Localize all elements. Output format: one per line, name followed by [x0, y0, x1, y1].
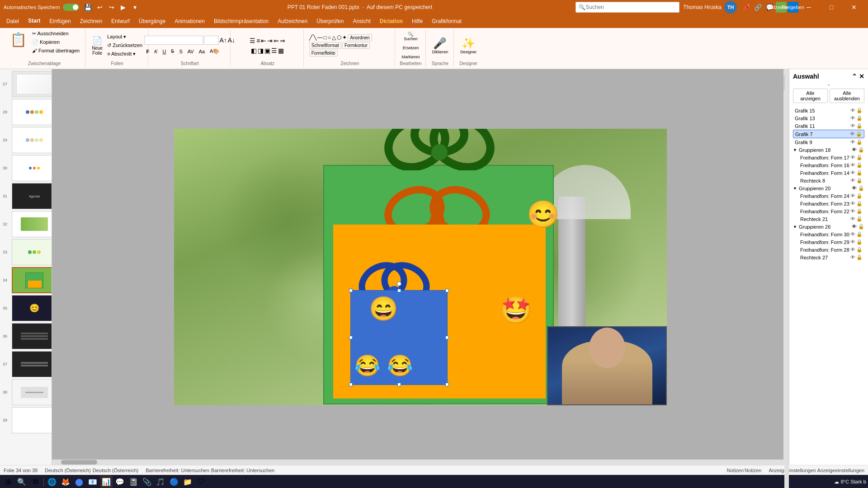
hide-all-button[interactable]: Alle ausblenden	[830, 89, 864, 103]
onenote-button[interactable]: 📓	[127, 475, 140, 488]
lock-grafik11[interactable]: 🔒	[856, 123, 863, 129]
shape4[interactable]: □	[324, 34, 327, 41]
eye-grafik9[interactable]: 👁	[850, 139, 855, 145]
lock-rechteck27[interactable]: 🔒	[856, 254, 863, 260]
horizontal-scrollbar[interactable]	[52, 460, 783, 465]
slide-thumb-29[interactable]	[12, 127, 52, 153]
group-18-header[interactable]: ▼ Gruppieren 18 👁 🔒	[793, 146, 864, 154]
schnellformat-button[interactable]: Schnellformat	[309, 42, 341, 49]
eye-form14[interactable]: 👁	[850, 170, 855, 176]
align-left-icon[interactable]: ◧	[251, 47, 257, 54]
menu-ansicht[interactable]: Ansicht	[348, 16, 375, 26]
align-justify-icon[interactable]: ☰	[271, 47, 277, 54]
menu-datei[interactable]: Datei	[2, 16, 24, 26]
indent-less-icon[interactable]: ⇤	[261, 37, 266, 44]
thumb-37[interactable]: 37	[12, 351, 50, 377]
neue-folie-button[interactable]: 📄 Neue Folie	[90, 34, 104, 57]
close-button[interactable]: ✕	[844, 0, 864, 14]
handle-br[interactable]	[445, 383, 449, 386]
designer-button[interactable]: ✨ Designer	[458, 36, 478, 56]
handle-tr[interactable]	[445, 289, 449, 292]
panel-item-grafik7[interactable]: Grafik 7 👁 🔒	[793, 130, 864, 138]
strikethrough-button[interactable]: S̶	[169, 47, 176, 55]
panel-item-form24[interactable]: Freihandfom: Form 24 👁 🔒	[798, 192, 864, 200]
ribbon-toggle-icon[interactable]: 📌	[741, 2, 751, 13]
eye-rechteck21[interactable]: 👁	[850, 216, 855, 222]
powerpoint-button[interactable]: 📊	[100, 475, 113, 488]
save-icon[interactable]: 💾	[83, 2, 94, 13]
shape8[interactable]: ✦	[342, 34, 347, 41]
share-btn[interactable]: Freigeben	[788, 2, 798, 13]
start-button[interactable]: ⊞	[2, 475, 14, 488]
edge-button[interactable]: 🌐	[46, 475, 58, 488]
anordnen-button[interactable]: Anordnen	[348, 34, 372, 41]
slide-thumb-39[interactable]	[12, 407, 52, 433]
panel-collapse-icon[interactable]: ⌃	[852, 73, 857, 80]
handle-ml[interactable]	[349, 336, 353, 339]
thumb-36[interactable]: 36	[12, 323, 50, 349]
lock-form30[interactable]: 🔒	[856, 231, 863, 237]
slide-thumb-34[interactable]	[12, 267, 52, 293]
formeffekte-button[interactable]: Formeffekte	[309, 50, 338, 56]
eye-form24[interactable]: 👁	[850, 193, 855, 199]
eye-form28[interactable]: 👁	[850, 247, 855, 253]
kopieren-button[interactable]: 📄 Kopieren	[30, 38, 81, 46]
eye-grafik13[interactable]: 👁	[850, 115, 855, 121]
ausschneiden-button[interactable]: ✂ Ausschneiden	[30, 30, 81, 38]
chrome-button[interactable]: ⬤	[73, 475, 85, 488]
thumb-38[interactable]: 38	[12, 379, 50, 405]
slide-thumb-28[interactable]	[12, 99, 52, 125]
thumb-31[interactable]: 31 Agenda	[12, 183, 50, 209]
eye-form29[interactable]: 👁	[850, 239, 855, 245]
panel-item-grafik9[interactable]: Grafik 9 👁 🔒	[793, 138, 864, 146]
lock-group18[interactable]: 🔒	[858, 147, 864, 152]
panel-close-icon[interactable]: ✕	[859, 73, 864, 80]
font-size-input[interactable]	[204, 36, 218, 45]
app5-button[interactable]: 🛡	[195, 475, 208, 488]
thumb-32[interactable]: 32	[12, 211, 50, 237]
panel-item-rechteck21[interactable]: Rechteck 21 👁 🔒	[798, 215, 864, 223]
lock-grafik9[interactable]: 🔒	[856, 139, 863, 145]
align-right-icon[interactable]: ▣	[264, 47, 270, 54]
eye-rechteck27[interactable]: 👁	[850, 254, 855, 260]
lock-grafik7[interactable]: 🔒	[856, 131, 862, 137]
eye-grafik11[interactable]: 👁	[850, 123, 855, 129]
panel-item-rechteck8[interactable]: Rechteck 8 👁 🔒	[798, 177, 864, 184]
app1-button[interactable]: 📎	[141, 475, 153, 488]
slide-thumb-33[interactable]	[12, 239, 52, 265]
redo-icon[interactable]: ↪	[106, 2, 117, 13]
handle-mr[interactable]	[445, 336, 449, 339]
shape2[interactable]: ╲	[313, 34, 316, 41]
panel-item-form30[interactable]: Freihandfom: Form 30 👁 🔒	[798, 230, 864, 238]
thumb-35[interactable]: 35 😊	[12, 295, 50, 321]
slide-thumb-35[interactable]: 😊	[12, 295, 52, 321]
ltr-icon[interactable]: ⇒	[280, 37, 285, 44]
eye-form16[interactable]: 👁	[850, 162, 855, 168]
menu-hilfe[interactable]: Hilfe	[407, 16, 427, 26]
lock-form23[interactable]: 🔒	[856, 201, 863, 206]
thumb-30[interactable]: 30	[12, 155, 50, 181]
formkontur-button[interactable]: Formkontur	[342, 42, 370, 49]
search-input[interactable]	[585, 4, 676, 10]
ersetzen-button[interactable]: Ersetzen	[401, 44, 421, 52]
menu-grafikformat[interactable]: Grafikformat	[427, 16, 466, 26]
spacing-button[interactable]: AV	[186, 48, 196, 55]
eye-group18[interactable]: 👁	[852, 147, 857, 152]
underline-button[interactable]: U	[160, 48, 168, 55]
view-settings[interactable]: Anzeigeeinstellungen Anzeigeeinstellunge…	[769, 468, 864, 473]
slide-thumb-37[interactable]	[12, 351, 52, 377]
green-gift-outer[interactable]: 😄 😂 😂 🤩	[323, 165, 554, 404]
rotation-handle[interactable]	[397, 282, 401, 286]
thumb-27[interactable]: 27	[12, 71, 50, 97]
language-indicator[interactable]: Deutsch (Österreich)Deutsch (Österreich)	[45, 468, 138, 473]
panel-item-form28[interactable]: Freihandfom: Form 28 👁 🔒	[798, 246, 864, 253]
list-bullet-icon[interactable]: ☰	[250, 37, 255, 44]
panel-item-form22[interactable]: Freihandfom: Form 22 👁 🔒	[798, 207, 864, 215]
firefox-button[interactable]: 🦊	[59, 475, 72, 488]
menu-aufzeichnen[interactable]: Aufzeichnen	[273, 16, 312, 26]
group-26-header[interactable]: ▼ Gruppieren 26 👁 🔒	[793, 223, 864, 230]
minimize-button[interactable]: ─	[798, 0, 819, 14]
panel-item-form23[interactable]: Freihandfom: Form 23 👁 🔒	[798, 200, 864, 207]
slide-thumb-36[interactable]	[12, 323, 52, 349]
lock-group20[interactable]: 🔒	[858, 185, 864, 191]
